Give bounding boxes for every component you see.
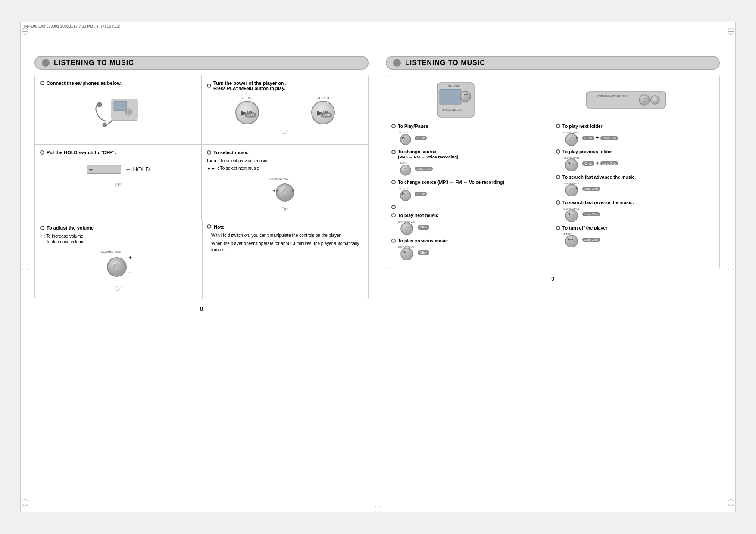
hand-pointer-select: ☞	[207, 204, 363, 214]
svg-text:◄: ◄	[402, 250, 406, 254]
play-pause-label-row: To Play/Pause	[391, 124, 550, 129]
right-section-header: LISTENING TO MUSIC	[386, 56, 720, 70]
cell-note: Note With Hold switch on, you can't mani…	[203, 220, 368, 299]
bullet-play-next-music	[391, 213, 396, 217]
hold-arrow-symbol: ← HOLD	[125, 166, 150, 173]
svg-text:NAVI/MENU·VOL: NAVI/MENU·VOL	[101, 251, 122, 254]
search-fast-reverse-knob: NAVI/MENU·VOL ◄	[562, 206, 581, 222]
turn-power-title: Turn the power of the player on . Press …	[207, 81, 363, 91]
left-page: LISTENING TO MUSIC Connect the earphones…	[34, 56, 369, 312]
item-search-fast-advance: To search fast advance the music. NAVI/M…	[556, 174, 714, 196]
grid-row-3: To adjust the volume + : To increase vol…	[35, 220, 368, 299]
svg-text:►: ►	[575, 186, 579, 190]
play-btn-illustrations: STEREO ▶/■ Click STEREO	[207, 94, 363, 127]
search-fast-advance-action: NAVI/MENU·VOL ► Long Click	[562, 181, 714, 196]
reg-mark-bc	[375, 506, 381, 512]
grid-row-1: Connect the earphones as below.	[35, 75, 368, 145]
volume-line2: – : To decrease volume	[40, 239, 197, 244]
left-instruction-grid: Connect the earphones as below.	[34, 75, 369, 299]
bullet-search-fast-advance	[556, 175, 560, 179]
svg-point-39	[404, 194, 407, 197]
svg-text:◄◄: ◄◄	[272, 189, 279, 192]
search-fast-reverse-action: NAVI/MENU·VOL ◄ Long Click	[562, 206, 714, 222]
item-stop: To change source (MP3 ↔ FM ↔ Voice recor…	[391, 180, 550, 202]
svg-text:►: ►	[465, 93, 469, 96]
volume-line1: + : To increase volume	[40, 234, 197, 239]
play-next-folder-action: NAVI/MENU·VOL ► Click + Long Click	[562, 130, 714, 146]
svg-point-28	[651, 96, 659, 104]
item-change-source: To change source(MP3 ↔ FM ↔ Voice record…	[391, 149, 550, 176]
svg-point-42	[405, 227, 409, 231]
left-page-number: 8	[34, 306, 369, 312]
svg-point-8	[282, 189, 288, 196]
navi-knob-svg: NAVI/MENU·VOL ◄◄ ►	[268, 176, 302, 202]
svg-text:STEREO: STEREO	[399, 131, 408, 134]
bullet-note	[207, 224, 211, 229]
svg-text:+: +	[128, 254, 132, 261]
svg-rect-1	[114, 101, 127, 111]
svg-text:◄: ◄	[567, 211, 571, 216]
right-device-svg-left: PLAYER ◄ ► NAVI/MENU·VOL	[435, 81, 496, 119]
change-source-label-row: To change source(MP3 ↔ FM ↔ Voice record…	[391, 149, 550, 159]
reg-mark-tr	[728, 28, 734, 35]
cell-adjust-volume: To adjust the volume + : To increase vol…	[35, 220, 203, 299]
play-btn-right: STEREO ▶/■ Click	[311, 96, 335, 124]
cell-connect-earphones: Connect the earphones as below.	[35, 75, 202, 144]
right-section-title: LISTENING TO MUSIC	[405, 59, 485, 67]
cell-hold-switch: Put the HOLD switch to "OFF". ■■ ← HOLD …	[35, 145, 202, 220]
reg-mark-tl	[22, 28, 28, 35]
select-music-title: To select music	[207, 150, 363, 155]
select-music-line2: ►►I : To select next music	[207, 166, 363, 171]
change-source-knob: MODE	[398, 161, 413, 176]
vol-knob-container: NAVI/MENU·VOL + –	[40, 247, 197, 283]
navi-knob-select: NAVI/MENU·VOL ◄◄ ►	[207, 174, 363, 204]
play-next-music-knob: NAVI/MENU·VOL ►	[398, 219, 416, 235]
svg-text:STEREO  MEMORY:512  MODE: STEREO MEMORY:512 MODE	[597, 95, 628, 97]
right-page-number: 9	[386, 276, 720, 282]
item-play-pause: To Play/Pause STEREO ▶ Click	[391, 124, 550, 146]
play-next-folder-label-row: To play next folder	[556, 124, 714, 129]
bullet-search-fast-reverse	[556, 200, 560, 205]
earphone-illustration	[40, 89, 196, 130]
item-play-next-folder: To play next folder NAVI/MENU·VOL ► Clic…	[556, 124, 714, 146]
stop-label-row: To change source (MP3 ↔ FM ↔ Voice recor…	[391, 180, 550, 185]
play-next-folder-knob: NAVI/MENU·VOL ►	[562, 130, 581, 146]
reg-mark-br	[728, 499, 734, 506]
bullet-play-prev-music	[391, 239, 396, 243]
bullet-stop	[391, 180, 396, 184]
bullet-play-pause	[391, 124, 396, 128]
svg-text:▶/■: ▶/■	[568, 237, 573, 241]
cell-turn-power: Turn the power of the player on . Press …	[202, 75, 368, 144]
stop-knob: STEREO ▶	[398, 186, 413, 202]
svg-text:◄: ◄	[567, 161, 571, 165]
bullet-change-source	[391, 150, 396, 154]
svg-text:►: ►	[411, 224, 415, 229]
svg-point-27	[643, 98, 646, 102]
item-play-prev-folder: To play previous folder NAVI/MENU·VOL ◄ …	[556, 149, 714, 171]
header-filename: iFP-100 Eng 020801 2002.8.17 7:33 PM 페이지…	[24, 24, 120, 29]
bullet-3	[40, 150, 44, 155]
note-list: With Hold switch on, you can't manipulat…	[207, 232, 364, 253]
play-pause-knob: STEREO ▶	[398, 130, 413, 146]
hold-switch-illustration: ■■ ← HOLD	[40, 158, 196, 180]
left-section-header: LISTENING TO MUSIC	[34, 56, 369, 70]
connect-earphones-title: Connect the earphones as below.	[40, 81, 196, 86]
play-prev-folder-knob: NAVI/MENU·VOL ◄	[562, 155, 581, 171]
note-title: Note	[207, 224, 364, 230]
click-overlay-right: Click	[321, 112, 332, 117]
svg-point-4	[97, 102, 102, 107]
bullet-1	[40, 81, 44, 85]
svg-point-58	[569, 188, 574, 192]
right-instructions-grid: To Play/Pause STEREO ▶ Click	[391, 124, 714, 264]
svg-text:►: ►	[575, 135, 579, 140]
search-fast-advance-label-row: To search fast advance the music.	[556, 174, 714, 180]
earphone-svg	[90, 93, 146, 127]
svg-rect-18	[440, 89, 461, 104]
svg-text:▶: ▶	[402, 136, 405, 140]
item-empty-1	[391, 205, 550, 209]
turn-off-knob: STEREO ▶/■	[562, 232, 581, 247]
search-fast-reverse-label-row: To search fast reverse the music.	[556, 200, 714, 205]
svg-text:NAVI/MENU·VOL: NAVI/MENU·VOL	[442, 109, 462, 111]
hold-bar-illus: ■■	[87, 165, 121, 174]
right-section-icon	[393, 59, 401, 67]
